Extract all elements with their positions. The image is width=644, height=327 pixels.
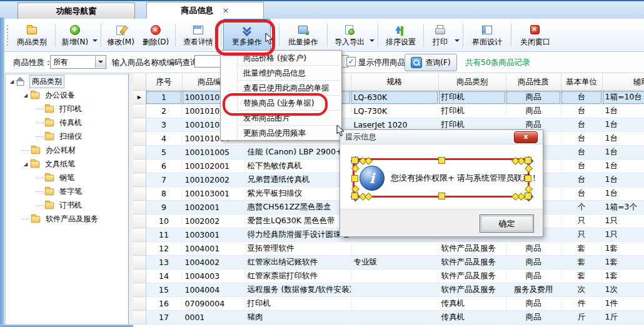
tree-item-商品类别[interactable]: ◢商品类别 [6,74,129,88]
table-cell[interactable]: LQ-630K [351,91,438,104]
row-selector-cell[interactable] [133,118,146,132]
table-cell[interactable]: 15 [146,283,182,297]
table-cell[interactable]: 个 [561,201,602,214]
table-cell[interactable]: 1台 [602,146,644,159]
table-row[interactable]: ▶1100101001LQ-630K打印机商品台1箱=10台 [133,91,644,104]
row-selector-cell[interactable] [133,173,146,187]
row-selector-cell[interactable] [133,104,146,118]
table-cell[interactable]: 1斤 [602,311,644,324]
table-cell[interactable]: 1次 [602,283,644,297]
table-cell[interactable]: 兄弟普通纸传真机 [244,173,351,187]
table-cell[interactable]: 1箱=3个 [602,201,644,214]
marquee-handle[interactable] [525,193,531,199]
table-cell[interactable]: 台 [561,187,602,201]
table-cell[interactable]: 商品 [506,242,561,256]
toolbar-button-7[interactable]: 批量操作 [281,19,325,51]
table-cell[interactable]: 1004001 [182,242,244,256]
table-cell[interactable]: 1台 [602,173,644,187]
current-row-indicator[interactable]: ▶ [133,91,146,104]
marquee-handle[interactable] [438,157,445,164]
table-cell[interactable]: 斤 [561,311,602,324]
table-cell[interactable]: 商品 [506,91,561,104]
table-cell[interactable]: 4 [146,132,182,146]
menu-item-2[interactable]: 批量维护商品信息 [221,66,341,80]
dialog-close-button[interactable]: x [514,131,538,143]
tree-item-文具纸笔[interactable]: ◢文具纸笔 [6,157,129,171]
table-cell[interactable]: 打印机 [438,104,506,118]
table-cell[interactable]: 台 [561,91,602,104]
table-cell[interactable]: 1套 [602,269,644,283]
table-cell[interactable]: 台 [561,132,602,146]
table-cell[interactable]: 服务及费用 [506,283,561,297]
table-cell[interactable]: 传真机 [438,311,506,324]
toolbar-button-1[interactable]: 商品类别 [11,19,53,51]
table-cell[interactable]: 1003001 [182,228,244,242]
marquee-handle[interactable] [525,175,531,182]
table-cell[interactable]: 1台 [602,132,644,146]
tree-item-传真机[interactable]: 传真机 [6,116,129,129]
table-cell[interactable]: 红管家出纳记账软件 [244,256,351,269]
toolbar-button-6[interactable]: 更多操作 [223,19,271,51]
table-cell[interactable]: 9 [146,201,182,214]
table-cell[interactable] [351,297,438,311]
toolbar-button-4[interactable]: 删除(D) [138,19,173,51]
tree-item-订书机[interactable]: 订书机 [6,198,129,212]
row-selector-cell[interactable] [133,228,146,242]
table-cell[interactable]: 松下热敏传真机 [244,159,351,173]
table-cell[interactable]: 100103001 [182,187,244,201]
table-cell[interactable]: 1只 [602,228,644,242]
table-cell[interactable]: 套 [561,242,602,256]
table-cell[interactable]: 3 [146,118,182,132]
table-cell[interactable]: 软件产品及服务 [438,256,506,269]
toolbar-button-12[interactable]: 关闭窗口 [513,19,557,51]
table-cell[interactable]: 12 [146,242,182,256]
menu-item-3[interactable]: 查看已使用此商品的单据 [221,81,341,95]
tree-item-扫描仪[interactable]: 扫描仪 [6,129,129,143]
table-row[interactable]: 121004001亚拓管理软件软件产品及服务商品套1套 [133,242,644,256]
table-cell[interactable]: 1套 [602,242,644,256]
table-cell[interactable]: 商品 [506,269,561,283]
table-cell[interactable]: 得力经典防滑握手设计圆珠笔 [244,228,351,242]
tab-function-nav[interactable]: 功能导航窗 [18,3,135,19]
ok-button[interactable]: 确定 [480,214,534,233]
toolbar-button-3[interactable]: 修改(M) [103,19,138,51]
table-cell[interactable]: 5 [146,146,182,159]
table-cell[interactable]: 套 [561,269,602,283]
table-cell[interactable]: 猪肉 [244,311,351,324]
table-cell[interactable]: 台 [561,146,602,159]
table-cell[interactable] [351,311,438,324]
column-header-1[interactable]: 序号 [146,74,182,91]
column-header-8[interactable]: 辅助单位 [602,74,644,91]
menu-item-6[interactable]: 更新商品使用频率 [221,126,341,140]
table-row[interactable]: 170001猪肉传真机商品斤1斤 [133,311,644,324]
table-cell[interactable] [351,269,438,283]
table-cell[interactable]: 爱普生LQ630K 黑色色带 [244,214,351,228]
table-cell[interactable]: 07090004 [182,297,244,311]
table-cell[interactable]: 紫光平板扫描仪 [244,187,351,201]
table-cell[interactable]: 亚拓管理软件 [244,242,351,256]
row-selector-cell[interactable] [133,132,146,146]
table-row[interactable]: 2100101002LQ-730K打印机商品台1台 [133,104,644,118]
row-selector-cell[interactable] [133,311,146,324]
dropdown-caret-icon[interactable] [271,39,276,42]
row-selector-cell[interactable] [133,256,146,269]
table-cell[interactable]: 1箱=10台 [602,91,644,104]
query-button[interactable]: 查询(F) [405,54,457,71]
table-cell[interactable]: 100101005 [182,146,244,159]
table-cell[interactable]: 1002001 [182,201,244,214]
row-selector-cell[interactable] [133,283,146,297]
toolbar-button-9[interactable]: 排序设置 [380,19,421,51]
table-cell[interactable]: 打印机 [438,91,506,104]
table-cell[interactable]: 7 [146,173,182,187]
row-selector-cell[interactable] [133,214,146,228]
column-header-7[interactable]: 基本单位 [561,74,602,91]
table-cell[interactable]: 10 [146,214,182,228]
table-cell[interactable]: 1004002 [182,256,244,269]
column-header-6[interactable]: 商品性质 [506,74,561,91]
table-cell[interactable]: 只 [561,228,602,242]
show-disabled-checkbox[interactable]: ✓ [346,57,356,66]
row-selector-cell[interactable] [133,201,146,214]
toolbar-button-2[interactable]: 新增(N) [58,19,93,51]
table-cell[interactable]: 专业版 [351,256,438,269]
table-cell[interactable]: 件 [561,297,602,311]
